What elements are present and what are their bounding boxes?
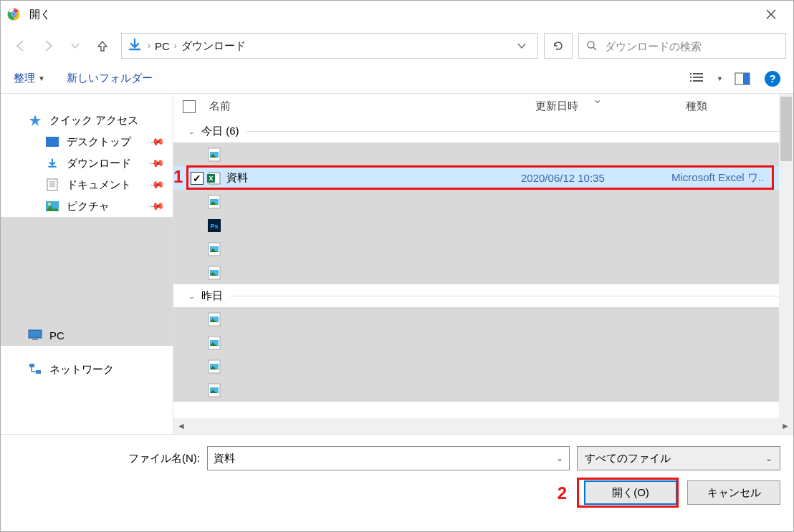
titlebar: 開く <box>1 1 793 28</box>
file-row[interactable] <box>173 142 793 166</box>
vertical-scrollbar[interactable] <box>779 94 793 418</box>
forward-button[interactable] <box>35 33 61 59</box>
sidebar-label: クイック アクセス <box>49 114 138 127</box>
dropdown-icon: ▼ <box>38 74 45 82</box>
image-file-icon <box>206 194 222 210</box>
column-date[interactable]: ⌄ 更新日時 <box>528 100 679 113</box>
sidebar-desktop[interactable]: デスクトップ 📌 <box>1 131 173 153</box>
svg-point-16 <box>48 203 51 205</box>
svg-rect-18 <box>32 339 38 340</box>
main-area: クイック アクセス デスクトップ 📌 ダウンロード 📌 ドキュメント 📌 <box>1 94 793 434</box>
view-mode-button[interactable] <box>685 69 709 88</box>
sidebar-network[interactable]: ネットワーク <box>1 359 173 380</box>
cancel-button[interactable]: キャンセル <box>687 480 780 505</box>
filename-label: ファイル名(N): <box>14 452 207 465</box>
up-button[interactable] <box>90 33 115 59</box>
documents-icon <box>45 178 59 192</box>
recent-dropdown[interactable] <box>62 33 88 59</box>
sidebar-downloads[interactable]: ダウンロード 📌 <box>1 153 173 174</box>
svg-rect-5 <box>690 73 692 74</box>
sidebar-label: PC <box>49 329 64 342</box>
image-file-icon <box>206 382 222 398</box>
file-row[interactable] <box>173 331 793 354</box>
file-row-selected[interactable]: ✓ X 資料 2020/06/12 10:35 Microsoft Excel … <box>173 166 793 190</box>
sidebar-gap <box>1 217 173 324</box>
file-row[interactable] <box>173 190 793 213</box>
file-name: 資料 <box>226 171 521 185</box>
group-today[interactable]: ⌄ 今日 (6) <box>173 120 793 142</box>
sidebar-label: ダウンロード <box>67 157 131 170</box>
search-icon <box>586 40 598 52</box>
group-yesterday[interactable]: ⌄ 昨日 <box>173 284 793 307</box>
column-type[interactable]: 種類 <box>679 100 793 113</box>
sidebar-pc[interactable]: PC <box>1 324 173 346</box>
svg-point-4 <box>588 42 594 48</box>
file-row[interactable] <box>173 354 793 378</box>
close-button[interactable] <box>755 4 788 25</box>
filename-input-wrap[interactable]: ⌄ <box>207 446 570 470</box>
organize-menu[interactable]: 整理 ▼ <box>14 72 45 85</box>
column-name[interactable]: 名前 <box>205 100 528 113</box>
svg-text:X: X <box>209 175 213 182</box>
sidebar-pictures[interactable]: ピクチャ 📌 <box>1 195 173 217</box>
svg-rect-6 <box>693 73 703 74</box>
image-file-icon <box>206 335 222 351</box>
image-file-icon <box>206 265 222 281</box>
row-checkbox[interactable]: ✓ <box>191 172 204 185</box>
organize-label: 整理 <box>14 72 35 85</box>
select-all-checkbox[interactable] <box>173 100 205 113</box>
svg-rect-19 <box>29 364 34 367</box>
file-row[interactable] <box>173 237 793 261</box>
sort-indicator-icon: ⌄ <box>593 92 602 106</box>
dialog-title: 開く <box>29 8 755 21</box>
image-file-icon <box>206 241 222 257</box>
preview-pane-button[interactable] <box>730 69 755 88</box>
refresh-button[interactable] <box>544 33 573 59</box>
svg-rect-20 <box>36 370 41 374</box>
open-button[interactable]: 開く(O) <box>584 480 677 505</box>
address-bar[interactable]: › PC › ダウンロード <box>121 33 538 59</box>
group-label: 昨日 <box>201 289 223 303</box>
chevron-down-icon: ⌄ <box>188 292 196 300</box>
group-label: 今日 (6) <box>201 125 239 138</box>
file-row[interactable] <box>173 307 793 331</box>
breadcrumb-downloads[interactable]: ダウンロード <box>177 39 250 53</box>
downloads-folder-icon <box>128 38 143 54</box>
image-file-icon <box>206 147 222 163</box>
photoshop-file-icon: Ps <box>206 218 222 233</box>
excel-file-icon: X <box>206 170 222 186</box>
column-headers: 名前 ⌄ 更新日時 種類 <box>173 94 793 120</box>
new-folder-button[interactable]: 新しいフォルダー <box>67 72 153 85</box>
view-dropdown-icon[interactable]: ▼ <box>717 75 723 82</box>
pin-icon: 📌 <box>148 155 165 171</box>
filename-dropdown-icon[interactable]: ⌄ <box>556 453 563 463</box>
sidebar-documents[interactable]: ドキュメント 📌 <box>1 174 173 195</box>
dropdown-icon: ⌄ <box>765 453 773 463</box>
search-box[interactable] <box>578 33 786 59</box>
file-type-filter[interactable]: すべてのファイル ⌄ <box>577 446 780 470</box>
scroll-right-icon[interactable]: ► <box>778 418 793 434</box>
horizontal-scrollbar[interactable]: ◄ ► <box>173 418 793 434</box>
search-input[interactable] <box>605 40 778 52</box>
svg-rect-9 <box>690 80 692 82</box>
pictures-icon <box>45 199 59 213</box>
filter-label: すべてのファイル <box>585 452 765 465</box>
annotation-number-1: 1 <box>173 167 183 187</box>
help-button[interactable]: ? <box>765 71 780 87</box>
file-list: 名前 ⌄ 更新日時 種類 ⌄ 今日 (6) <box>173 94 793 434</box>
address-dropdown[interactable] <box>512 42 532 49</box>
downloads-icon <box>45 156 59 170</box>
scroll-left-icon[interactable]: ◄ <box>173 418 189 434</box>
annotation-number-2: 2 <box>558 483 567 503</box>
pc-icon <box>28 328 42 342</box>
svg-point-3 <box>12 13 15 16</box>
svg-rect-8 <box>693 77 703 78</box>
star-icon <box>28 113 42 127</box>
file-row[interactable] <box>173 378 793 402</box>
breadcrumb-pc[interactable]: PC <box>150 40 174 52</box>
filename-input[interactable] <box>214 453 556 465</box>
file-row[interactable] <box>173 261 793 284</box>
back-button[interactable] <box>8 33 34 59</box>
file-row[interactable]: Ps <box>173 213 793 237</box>
sidebar-quick-access[interactable]: クイック アクセス <box>1 110 173 131</box>
